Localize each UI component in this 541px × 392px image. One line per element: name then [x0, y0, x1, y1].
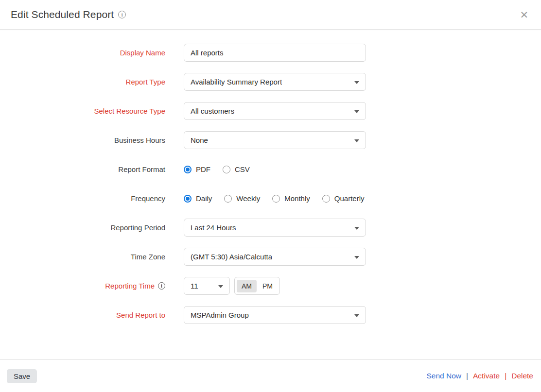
send-report-to-value: MSPAdmin Group	[191, 311, 249, 319]
radio-option-csv[interactable]: CSV	[223, 165, 250, 173]
radio-option-label: Weekly	[236, 194, 260, 203]
reporting-time-label-text: Reporting Time	[105, 282, 155, 290]
frequency-radio-group: DailyWeeklyMonthlyQuarterly	[184, 194, 364, 203]
form-row-reporting-time: Reporting Time i 11 AMPM	[0, 277, 541, 295]
business-hours-value: None	[191, 136, 208, 144]
form-row-display-name: Display Name	[0, 44, 541, 62]
frequency-label: Frequency	[0, 194, 165, 203]
dialog-footer: Save Send Now | Activate | Delete	[0, 359, 541, 392]
form-row-reporting-period: Reporting Period Last 24 Hours	[0, 219, 541, 237]
dialog-header: Edit Scheduled Report i ✕	[0, 0, 541, 30]
radio-option-monthly[interactable]: Monthly	[272, 194, 310, 203]
resource-type-dropdown[interactable]: All customers	[184, 102, 366, 120]
link-separator: |	[466, 372, 468, 380]
dialog-body: Display Name Report Type Availability Su…	[0, 30, 541, 324]
footer-links: Send Now | Activate | Delete	[426, 372, 533, 380]
radio-icon	[224, 195, 232, 203]
time-zone-label: Time Zone	[0, 253, 165, 261]
page-title: Edit Scheduled Report	[11, 9, 114, 20]
form-row-send-report-to: Send Report to MSPAdmin Group	[0, 306, 541, 324]
chevron-down-icon	[354, 139, 359, 142]
reporting-period-label: Reporting Period	[0, 223, 165, 232]
reporting-time-label: Reporting Time i	[0, 282, 165, 290]
chevron-down-icon	[354, 110, 359, 113]
radio-icon	[223, 166, 230, 173]
radio-option-label: CSV	[235, 165, 250, 173]
link-separator: |	[505, 372, 506, 380]
radio-option-label: Daily	[196, 194, 212, 203]
business-hours-label: Business Hours	[0, 136, 165, 144]
report-type-label: Report Type	[0, 78, 165, 86]
radio-option-quarterly[interactable]: Quarterly	[322, 194, 365, 203]
radio-icon	[322, 195, 330, 203]
form-row-time-zone: Time Zone (GMT 5:30) Asia/Calcutta	[0, 248, 541, 266]
resource-type-value: All customers	[191, 107, 234, 115]
chevron-down-icon	[354, 81, 359, 84]
close-icon[interactable]: ✕	[518, 9, 530, 21]
reporting-period-dropdown[interactable]: Last 24 Hours	[184, 219, 366, 237]
report-type-value: Availability Summary Report	[191, 78, 282, 86]
time-zone-dropdown[interactable]: (GMT 5:30) Asia/Calcutta	[184, 248, 366, 266]
reporting-hour-dropdown[interactable]: 11	[184, 277, 230, 295]
radio-option-label: PDF	[196, 165, 210, 173]
radio-option-weekly[interactable]: Weekly	[224, 194, 260, 203]
chevron-down-icon	[354, 227, 359, 230]
report-type-dropdown[interactable]: Availability Summary Report	[184, 73, 366, 91]
save-button[interactable]: Save	[7, 369, 37, 383]
radio-icon	[272, 195, 280, 203]
reporting-hour-value: 11	[191, 282, 198, 290]
report-format-radio-group: PDFCSV	[184, 165, 250, 173]
form-row-business-hours: Business Hours None	[0, 131, 541, 149]
report-format-label: Report Format	[0, 165, 165, 173]
reporting-period-value: Last 24 Hours	[191, 223, 236, 232]
radio-option-label: Quarterly	[334, 194, 365, 203]
radio-option-pdf[interactable]: PDF	[184, 165, 210, 173]
send-report-to-label: Send Report to	[0, 311, 165, 319]
form-row-report-format: Report Format PDFCSV	[0, 160, 541, 178]
send-now-link[interactable]: Send Now	[426, 372, 461, 380]
edit-scheduled-report-dialog: Edit Scheduled Report i ✕ Display Name R…	[0, 0, 541, 392]
title-info-icon[interactable]: i	[118, 11, 126, 18]
display-name-label: Display Name	[0, 49, 165, 57]
business-hours-dropdown[interactable]: None	[184, 131, 366, 149]
time-zone-value: (GMT 5:30) Asia/Calcutta	[191, 253, 272, 261]
radio-icon	[184, 166, 192, 173]
form-row-frequency: Frequency DailyWeeklyMonthlyQuarterly	[0, 189, 541, 207]
resource-type-label: Select Resource Type	[0, 107, 165, 115]
reporting-time-info-icon[interactable]: i	[158, 282, 165, 290]
form-row-resource-type: Select Resource Type All customers	[0, 102, 541, 120]
meridiem-segment-pm[interactable]: PM	[258, 280, 278, 292]
send-report-to-dropdown[interactable]: MSPAdmin Group	[184, 306, 366, 324]
chevron-down-icon	[218, 285, 223, 288]
radio-icon	[184, 195, 192, 203]
display-name-input[interactable]	[184, 44, 366, 62]
radio-option-daily[interactable]: Daily	[184, 194, 212, 203]
chevron-down-icon	[354, 314, 359, 317]
delete-link[interactable]: Delete	[511, 372, 533, 380]
meridiem-segment-am[interactable]: AM	[237, 280, 257, 292]
meridiem-toggle: AMPM	[234, 277, 280, 295]
form-row-report-type: Report Type Availability Summary Report	[0, 73, 541, 91]
chevron-down-icon	[354, 256, 359, 259]
radio-option-label: Monthly	[284, 194, 310, 203]
activate-link[interactable]: Activate	[473, 372, 500, 380]
